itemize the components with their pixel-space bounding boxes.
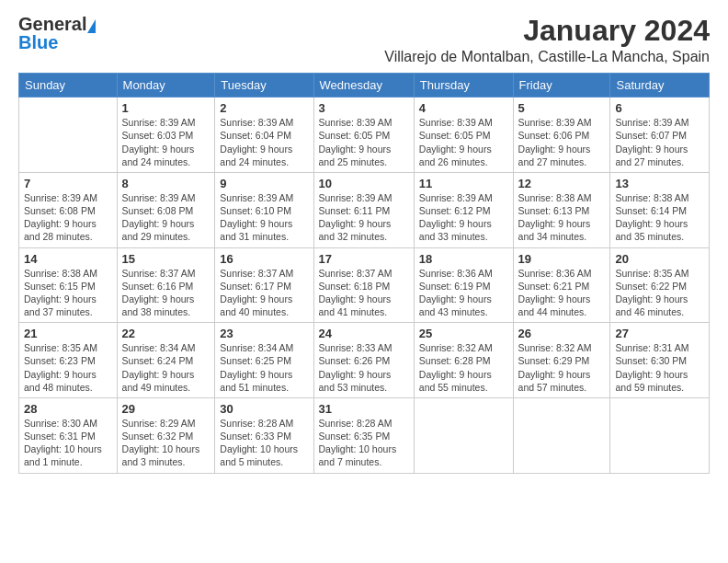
logo-general: General [18,15,86,33]
day-number: 13 [615,177,704,190]
logo-chevron-icon [87,19,96,33]
day-number: 30 [220,402,308,416]
table-cell: 3Sunrise: 8:39 AMSunset: 6:05 PMDaylight… [313,98,414,173]
day-number: 1 [122,101,210,115]
month-year-title: January 2024 [384,15,710,47]
table-cell: 28Sunrise: 8:30 AMSunset: 6:31 PMDayligh… [19,397,118,473]
day-info: Sunrise: 8:38 AMSunset: 6:15 PMDaylight:… [24,267,112,319]
day-info: Sunrise: 8:35 AMSunset: 6:23 PMDaylight:… [24,341,112,394]
table-cell: 21Sunrise: 8:35 AMSunset: 6:23 PMDayligh… [19,323,118,398]
table-cell: 15Sunrise: 8:37 AMSunset: 6:16 PMDayligh… [117,247,215,323]
table-cell: 12Sunrise: 8:38 AMSunset: 6:13 PMDayligh… [513,172,610,247]
day-number: 6 [615,101,704,115]
page-container: General Blue January 2024 Villarejo de M… [0,0,728,483]
table-cell: 29Sunrise: 8:29 AMSunset: 6:32 PMDayligh… [117,397,215,473]
table-cell: 20Sunrise: 8:35 AMSunset: 6:22 PMDayligh… [610,247,710,323]
table-cell [513,397,610,473]
day-number: 31 [319,402,409,416]
day-number: 3 [319,101,409,115]
day-number: 2 [220,101,308,115]
table-cell: 5Sunrise: 8:39 AMSunset: 6:06 PMDaylight… [513,98,610,173]
table-cell: 2Sunrise: 8:39 AMSunset: 6:04 PMDaylight… [215,98,313,173]
day-info: Sunrise: 8:39 AMSunset: 6:07 PMDaylight:… [615,116,704,168]
table-cell: 13Sunrise: 8:38 AMSunset: 6:14 PMDayligh… [610,172,710,247]
day-info: Sunrise: 8:35 AMSunset: 6:22 PMDaylight:… [615,267,704,319]
header-wednesday: Wednesday [313,74,414,98]
day-info: Sunrise: 8:37 AMSunset: 6:17 PMDaylight:… [220,267,308,319]
header-friday: Friday [513,74,610,98]
table-cell: 14Sunrise: 8:38 AMSunset: 6:15 PMDayligh… [19,247,118,323]
table-cell: 18Sunrise: 8:36 AMSunset: 6:19 PMDayligh… [414,247,513,323]
day-number: 10 [319,177,409,190]
day-number: 27 [615,327,704,340]
title-block: January 2024 Villarejo de Montalban, Cas… [384,15,710,65]
table-cell: 27Sunrise: 8:31 AMSunset: 6:30 PMDayligh… [610,323,710,398]
table-cell: 1Sunrise: 8:39 AMSunset: 6:03 PMDaylight… [117,98,215,173]
day-number: 22 [122,327,210,340]
day-info: Sunrise: 8:38 AMSunset: 6:14 PMDaylight:… [615,191,704,244]
day-info: Sunrise: 8:37 AMSunset: 6:18 PMDaylight:… [319,267,409,319]
table-cell: 25Sunrise: 8:32 AMSunset: 6:28 PMDayligh… [414,323,513,398]
day-number: 7 [24,177,112,190]
table-cell: 30Sunrise: 8:28 AMSunset: 6:33 PMDayligh… [215,397,313,473]
day-info: Sunrise: 8:38 AMSunset: 6:13 PMDaylight:… [518,191,606,244]
day-number: 23 [220,327,308,340]
day-info: Sunrise: 8:29 AMSunset: 6:32 PMDaylight:… [122,417,210,469]
header: General Blue January 2024 Villarejo de M… [18,15,710,65]
day-number: 21 [24,327,112,340]
day-info: Sunrise: 8:39 AMSunset: 6:04 PMDaylight:… [220,116,308,168]
calendar-table: Sunday Monday Tuesday Wednesday Thursday… [18,73,710,473]
day-info: Sunrise: 8:32 AMSunset: 6:28 PMDaylight:… [419,341,508,394]
logo-blue: Blue [18,32,58,52]
calendar-week-1: 1Sunrise: 8:39 AMSunset: 6:03 PMDaylight… [19,98,710,173]
day-number: 11 [419,177,508,190]
day-info: Sunrise: 8:39 AMSunset: 6:11 PMDaylight:… [319,191,409,244]
table-cell: 10Sunrise: 8:39 AMSunset: 6:11 PMDayligh… [313,172,414,247]
day-info: Sunrise: 8:28 AMSunset: 6:35 PMDaylight:… [319,417,409,469]
day-info: Sunrise: 8:39 AMSunset: 6:06 PMDaylight:… [518,116,606,168]
table-cell: 4Sunrise: 8:39 AMSunset: 6:05 PMDaylight… [414,98,513,173]
day-number: 5 [518,101,606,115]
day-info: Sunrise: 8:32 AMSunset: 6:29 PMDaylight:… [518,341,606,394]
day-number: 25 [419,327,508,340]
calendar-week-2: 7Sunrise: 8:39 AMSunset: 6:08 PMDaylight… [19,172,710,247]
day-number: 15 [122,252,210,266]
day-number: 26 [518,327,606,340]
day-info: Sunrise: 8:39 AMSunset: 6:08 PMDaylight:… [122,191,210,244]
day-info: Sunrise: 8:39 AMSunset: 6:03 PMDaylight:… [122,116,210,168]
day-number: 24 [319,327,409,340]
day-number: 19 [518,252,606,266]
day-info: Sunrise: 8:36 AMSunset: 6:21 PMDaylight:… [518,267,606,319]
day-number: 17 [319,252,409,266]
table-cell [414,397,513,473]
logo: General Blue [18,15,96,52]
day-info: Sunrise: 8:31 AMSunset: 6:30 PMDaylight:… [615,341,704,394]
day-number: 12 [518,177,606,190]
header-saturday: Saturday [610,74,710,98]
day-info: Sunrise: 8:34 AMSunset: 6:25 PMDaylight:… [220,341,308,394]
table-cell: 23Sunrise: 8:34 AMSunset: 6:25 PMDayligh… [215,323,313,398]
table-cell: 9Sunrise: 8:39 AMSunset: 6:10 PMDaylight… [215,172,313,247]
day-info: Sunrise: 8:33 AMSunset: 6:26 PMDaylight:… [319,341,409,394]
day-info: Sunrise: 8:37 AMSunset: 6:16 PMDaylight:… [122,267,210,319]
day-number: 29 [122,402,210,416]
table-cell: 17Sunrise: 8:37 AMSunset: 6:18 PMDayligh… [313,247,414,323]
table-cell: 11Sunrise: 8:39 AMSunset: 6:12 PMDayligh… [414,172,513,247]
table-cell: 7Sunrise: 8:39 AMSunset: 6:08 PMDaylight… [19,172,118,247]
day-number: 20 [615,252,704,266]
calendar-week-5: 28Sunrise: 8:30 AMSunset: 6:31 PMDayligh… [19,397,710,473]
day-number: 14 [24,252,112,266]
calendar-header-row: Sunday Monday Tuesday Wednesday Thursday… [19,74,710,98]
table-cell: 16Sunrise: 8:37 AMSunset: 6:17 PMDayligh… [215,247,313,323]
table-cell: 19Sunrise: 8:36 AMSunset: 6:21 PMDayligh… [513,247,610,323]
day-info: Sunrise: 8:36 AMSunset: 6:19 PMDaylight:… [419,267,508,319]
day-number: 16 [220,252,308,266]
day-number: 9 [220,177,308,190]
table-cell [610,397,710,473]
day-info: Sunrise: 8:28 AMSunset: 6:33 PMDaylight:… [220,417,308,469]
table-cell: 22Sunrise: 8:34 AMSunset: 6:24 PMDayligh… [117,323,215,398]
table-cell: 6Sunrise: 8:39 AMSunset: 6:07 PMDaylight… [610,98,710,173]
table-cell: 8Sunrise: 8:39 AMSunset: 6:08 PMDaylight… [117,172,215,247]
day-number: 28 [24,402,112,416]
day-info: Sunrise: 8:39 AMSunset: 6:08 PMDaylight:… [24,191,112,244]
